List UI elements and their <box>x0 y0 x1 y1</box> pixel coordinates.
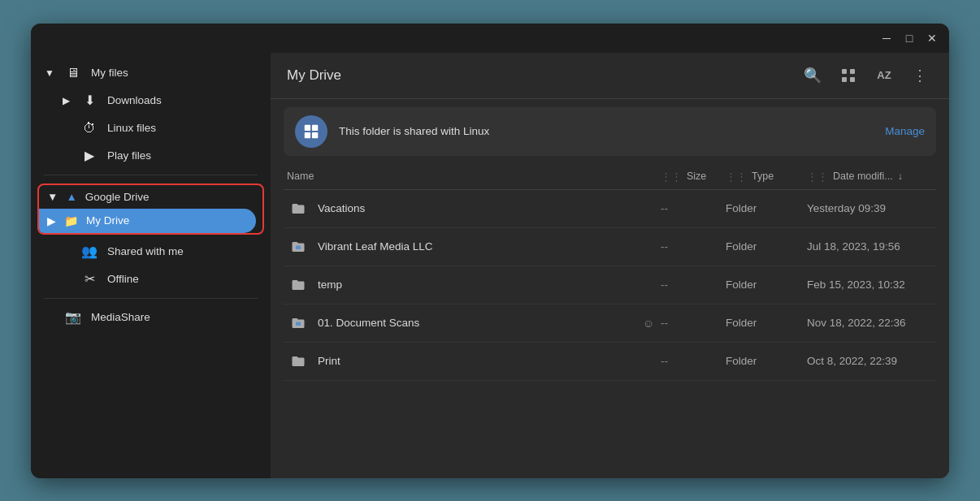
banner-icon <box>295 115 327 148</box>
col-header-size: Size <box>687 171 706 182</box>
file-size: -- <box>661 240 726 253</box>
sort-desc-icon: ↓ <box>898 171 903 182</box>
sidebar-item-offline[interactable]: ▶ ✂ Offline <box>31 266 264 293</box>
sidebar-item-google-drive[interactable]: ▼ ▲ Google Drive <box>39 185 262 209</box>
col-drag-handle-type: ⋮⋮ <box>726 171 747 183</box>
svg-rect-5 <box>312 124 318 130</box>
file-size: -- <box>661 355 726 367</box>
manage-button[interactable]: Manage <box>885 125 925 137</box>
sidebar-item-play-files[interactable]: ▶ ▶ Play files <box>31 142 264 170</box>
computer-icon: 🖥 <box>65 65 81 81</box>
svg-rect-6 <box>305 132 310 137</box>
folder-icon <box>287 350 310 373</box>
sidebar-label-linux-files: Linux files <box>107 122 156 134</box>
svg-rect-8 <box>296 245 301 249</box>
sidebar-item-shared-with-me[interactable]: ▶ 👥 Shared with me <box>31 238 264 266</box>
offline-icon: ✂ <box>81 271 98 287</box>
sidebar: ▼ 🖥 My files ▶ ⬇ Downloads ▶ ⏱ Linux fil… <box>31 53 271 478</box>
my-drive-icon: 📁 <box>64 214 78 227</box>
table-row[interactable]: 01. Document Scans ☺ -- Folder Nov 18, 2… <box>284 304 936 343</box>
divider-2 <box>44 298 258 299</box>
file-table: Name ⋮⋮ Size ⋮⋮ Type ⋮⋮ Date modifi... ↓ <box>271 164 949 478</box>
app-window: ─ □ ✕ ▼ 🖥 My files ▶ ⬇ Downloads ▶ ⏱ Lin… <box>31 24 949 478</box>
download-icon: ⬇ <box>81 93 98 109</box>
linux-icon: ⏱ <box>81 120 98 136</box>
chevron-right-icon: ▶ <box>60 95 72 106</box>
file-date: Jul 18, 2023, 19:56 <box>807 240 933 253</box>
file-status: ☺ <box>636 317 661 330</box>
sidebar-label-my-files: My files <box>91 67 128 79</box>
file-size: -- <box>661 202 726 214</box>
file-name: temp <box>318 279 636 291</box>
sidebar-item-my-files[interactable]: ▼ 🖥 My files <box>31 59 264 87</box>
file-name: Vibrant Leaf Media LLC <box>318 240 636 253</box>
table-row[interactable]: Vacations -- Folder Yesterday 09:39 <box>284 190 936 228</box>
sidebar-item-downloads[interactable]: ▶ ⬇ Downloads <box>31 87 264 114</box>
file-size: -- <box>661 317 726 329</box>
svg-rect-7 <box>312 132 318 137</box>
folder-icon <box>287 274 310 296</box>
table-row[interactable]: temp -- Folder Feb 15, 2023, 10:32 <box>284 266 936 304</box>
svg-rect-4 <box>305 124 310 130</box>
sidebar-item-media-share[interactable]: ▶ 📷 MediaShare <box>31 304 264 331</box>
svg-rect-3 <box>850 77 855 82</box>
sidebar-label-my-drive: My Drive <box>86 214 129 227</box>
svg-rect-0 <box>842 69 847 74</box>
chevron-down-icon-drive: ▼ <box>47 191 58 203</box>
svg-rect-2 <box>842 77 847 82</box>
file-type: Folder <box>726 279 807 291</box>
banner-text: This folder is shared with Linux <box>339 125 874 137</box>
title-bar: ─ □ ✕ <box>31 24 949 53</box>
svg-rect-1 <box>850 69 855 74</box>
file-name: Print <box>318 355 636 367</box>
folder-icon <box>287 197 310 220</box>
google-drive-icon: ▲ <box>66 191 76 203</box>
window-body: ▼ 🖥 My files ▶ ⬇ Downloads ▶ ⏱ Linux fil… <box>31 53 949 478</box>
search-button[interactable]: 🔍 <box>800 63 826 89</box>
maximize-button[interactable]: □ <box>902 31 917 45</box>
minimize-button[interactable]: ─ <box>879 31 894 45</box>
col-header-date: Date modifi... <box>833 171 893 182</box>
chevron-down-icon: ▼ <box>44 67 55 79</box>
sidebar-label-downloads: Downloads <box>107 94 162 106</box>
chevron-right-icon-mydrive: ▶ <box>47 214 56 227</box>
sidebar-label-shared-with-me: Shared with me <box>107 245 184 257</box>
folder-icon <box>287 312 310 335</box>
main-header: My Drive 🔍 AZ ⋮ <box>271 53 949 99</box>
folder-icon <box>287 235 310 258</box>
play-icon: ▶ <box>81 148 98 164</box>
file-type: Folder <box>726 317 807 329</box>
file-name: 01. Document Scans <box>318 317 636 329</box>
sort-az-button[interactable]: AZ <box>871 63 897 89</box>
svg-rect-9 <box>296 322 301 326</box>
file-date: Yesterday 09:39 <box>807 202 933 214</box>
file-date: Nov 18, 2022, 22:36 <box>807 317 933 329</box>
file-type: Folder <box>726 240 807 253</box>
sidebar-label-play-files: Play files <box>107 149 151 162</box>
sidebar-item-my-drive[interactable]: ▶ 📁 My Drive <box>39 209 256 233</box>
close-button[interactable]: ✕ <box>925 31 939 45</box>
sidebar-item-linux-files[interactable]: ▶ ⏱ Linux files <box>31 114 264 142</box>
main-title: My Drive <box>287 67 790 84</box>
col-header-name: Name <box>287 171 314 182</box>
file-name: Vacations <box>318 202 636 214</box>
file-type: Folder <box>726 202 807 214</box>
file-size: -- <box>661 279 726 291</box>
sidebar-label-media-share: MediaShare <box>91 311 150 323</box>
file-date: Feb 15, 2023, 10:32 <box>807 279 933 291</box>
google-drive-section: ▼ ▲ Google Drive ▶ 📁 My Drive <box>37 184 264 235</box>
sidebar-label-google-drive: Google Drive <box>85 191 150 203</box>
col-drag-handle-size: ⋮⋮ <box>661 171 682 183</box>
more-menu-button[interactable]: ⋮ <box>907 63 933 89</box>
file-rows-container: Vacations -- Folder Yesterday 09:39 Vibr… <box>284 190 936 381</box>
file-type: Folder <box>726 355 807 367</box>
table-row[interactable]: Vibrant Leaf Media LLC -- Folder Jul 18,… <box>284 228 936 266</box>
grid-view-button[interactable] <box>835 63 861 89</box>
table-row[interactable]: Print -- Folder Oct 8, 2022, 22:39 <box>284 343 936 381</box>
divider-1 <box>44 175 258 175</box>
col-drag-handle-date: ⋮⋮ <box>807 171 828 183</box>
shared-linux-banner: This folder is shared with Linux Manage <box>284 107 936 156</box>
shared-icon: 👥 <box>81 244 98 260</box>
col-header-type: Type <box>752 171 774 182</box>
main-content: My Drive 🔍 AZ ⋮ <box>271 53 949 478</box>
